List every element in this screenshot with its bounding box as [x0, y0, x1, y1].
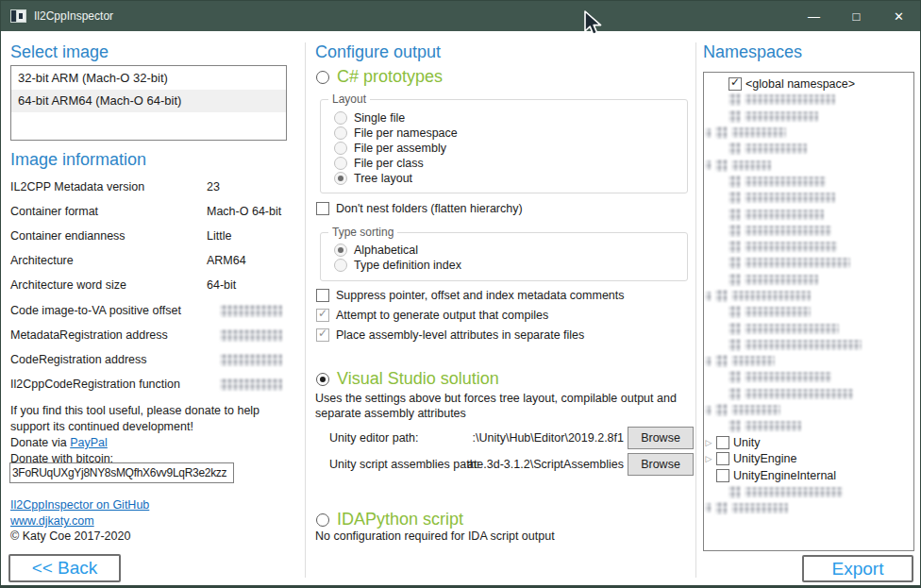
info-value: 23: [207, 180, 220, 193]
compilable-output-checkbox[interactable]: ✓: [316, 309, 329, 322]
layout-option-tree-layout[interactable]: Tree layout: [334, 172, 412, 185]
sorting-option-alphabetical[interactable]: Alphabetical: [334, 244, 418, 257]
select-image-heading: Select image: [10, 42, 109, 62]
namespace-item-redacted[interactable]: [728, 320, 913, 336]
unity-editor-path-value[interactable]: :\Unity\Hub\Editor\2019.2.8f1: [397, 431, 624, 445]
namespace-item-redacted[interactable]: [728, 369, 913, 385]
browse-assemblies-path-button[interactable]: Browse: [628, 453, 694, 476]
layout-option-file-per-namespace[interactable]: File per namespace: [334, 126, 458, 140]
flatten-hierarchy-option[interactable]: Don't nest folders (flatten hierarchy): [316, 202, 523, 215]
image-list-item[interactable]: 32-bit ARM (Mach-O 32-bit): [11, 67, 286, 90]
namespace-item-redacted[interactable]: [728, 109, 913, 125]
suppress-comments-option[interactable]: Suppress pointer, offset and index metad…: [316, 289, 625, 302]
info-value-redacted: [220, 354, 282, 366]
window-title: Il2CppInspector: [34, 9, 113, 23]
namespace-item-redacted[interactable]: [728, 141, 913, 157]
unity-checkbox[interactable]: [716, 436, 729, 449]
image-listbox[interactable]: 32-bit ARM (Mach-O 32-bit) 64-bit ARM64 …: [10, 65, 287, 141]
bitcoin-address-input[interactable]: [9, 462, 234, 483]
namespace-item-redacted[interactable]: [728, 418, 913, 434]
file-per-namespace-radio[interactable]: [334, 126, 347, 140]
namespace-item-redacted[interactable]: [728, 483, 913, 499]
csharp-prototypes-radio[interactable]: [316, 71, 329, 84]
maximize-button[interactable]: □: [835, 1, 878, 31]
compilable-output-option[interactable]: ✓ Attempt to generate output that compil…: [316, 309, 548, 322]
namespace-item-redacted[interactable]: [705, 157, 913, 173]
expander-icon[interactable]: ▷: [705, 439, 712, 447]
visual-studio-solution-option[interactable]: Visual Studio solution: [316, 369, 499, 389]
idapython-script-radio[interactable]: [316, 513, 329, 527]
back-button[interactable]: << Back: [8, 554, 121, 582]
global-namespace-label: <global namespace>: [745, 77, 855, 91]
namespace-item-redacted[interactable]: [728, 337, 913, 353]
flatten-hierarchy-checkbox[interactable]: [316, 202, 329, 215]
info-value-redacted: [220, 305, 282, 317]
vs-description-line1: Uses the settings above but forces tree …: [315, 392, 677, 405]
export-button[interactable]: Export: [802, 555, 913, 582]
expander-icon[interactable]: ▷: [705, 455, 712, 463]
separate-attributes-option[interactable]: ✓ Place assembly-level attributes in sep…: [316, 328, 584, 342]
namespaces-heading: Namespaces: [703, 42, 802, 62]
namespace-item-redacted[interactable]: [728, 304, 913, 320]
csharp-prototypes-option[interactable]: C# prototypes: [316, 67, 443, 87]
info-value: ARM64: [207, 254, 246, 267]
layout-groupbox-legend: Layout: [328, 92, 370, 106]
file-per-class-radio[interactable]: [334, 157, 347, 170]
website-link[interactable]: www.djkaty.com: [10, 514, 94, 528]
file-per-assembly-label: File per assembly: [354, 142, 446, 155]
file-per-namespace-label: File per namespace: [354, 126, 458, 140]
alphabetical-radio[interactable]: [334, 244, 347, 257]
unityengine-checkbox[interactable]: [716, 452, 729, 465]
csharp-prototypes-label: C# prototypes: [337, 67, 443, 87]
unityengineinternal-label: UnityEngineInternal: [733, 469, 836, 482]
close-button[interactable]: ✕: [878, 1, 920, 31]
info-value: 64-bit: [207, 278, 236, 292]
namespace-item-redacted[interactable]: [728, 92, 913, 108]
layout-option-file-per-class[interactable]: File per class: [334, 157, 424, 170]
namespaces-tree[interactable]: ✓ <global namespace> ▷ Unity ▷: [703, 72, 914, 551]
unityengineinternal-checkbox[interactable]: [716, 469, 729, 482]
namespace-item-redacted[interactable]: [728, 255, 913, 271]
visual-studio-solution-radio[interactable]: [316, 373, 329, 386]
layout-option-file-per-assembly[interactable]: File per assembly: [334, 142, 446, 155]
github-link[interactable]: Il2CppInspector on GitHub: [10, 498, 149, 512]
tree-layout-radio[interactable]: [334, 172, 347, 185]
file-per-assembly-radio[interactable]: [334, 142, 347, 155]
namespace-item-redacted[interactable]: [705, 125, 913, 141]
type-definition-index-radio[interactable]: [334, 259, 347, 272]
namespace-item-redacted[interactable]: [728, 272, 913, 288]
idapython-script-option[interactable]: IDAPython script: [316, 510, 463, 529]
image-list-item-selected[interactable]: 64-bit ARM64 (Mach-O 64-bit): [11, 90, 286, 112]
namespace-item-redacted[interactable]: [705, 402, 913, 418]
namespace-item-redacted[interactable]: [705, 288, 913, 304]
namespace-item-unityengineinternal[interactable]: UnityEngineInternal: [705, 467, 913, 483]
namespace-item-redacted[interactable]: [728, 190, 913, 206]
type-sorting-groupbox-legend: Type sorting: [328, 226, 397, 239]
namespace-item-global[interactable]: ✓ <global namespace>: [728, 76, 913, 92]
paypal-link[interactable]: PayPal: [70, 436, 108, 449]
info-label: Container endianness: [10, 229, 126, 243]
namespace-item-unityengine[interactable]: ▷ UnityEngine: [705, 451, 913, 467]
namespace-item-redacted[interactable]: [705, 353, 913, 369]
namespace-item-redacted[interactable]: [728, 206, 913, 222]
single-file-radio[interactable]: [334, 111, 347, 125]
namespace-item-redacted[interactable]: [728, 174, 913, 190]
info-value-redacted: [220, 329, 282, 342]
namespace-item-redacted[interactable]: [705, 500, 913, 516]
minimize-button[interactable]: —: [793, 1, 835, 31]
info-label: Architecture word size: [10, 278, 126, 292]
namespace-item-redacted[interactable]: [728, 223, 913, 239]
titlebar[interactable]: Il2CppInspector — □ ✕: [1, 1, 920, 31]
sorting-option-type-definition-index[interactable]: Type definition index: [334, 259, 461, 272]
layout-option-single-file[interactable]: Single file: [334, 111, 405, 125]
separate-attributes-checkbox[interactable]: ✓: [316, 328, 329, 342]
namespace-item-redacted[interactable]: [728, 386, 913, 402]
check-icon: ✓: [318, 308, 327, 319]
unity-assemblies-path-value[interactable]: ate.3d-3.1.2\ScriptAssemblies: [397, 458, 624, 471]
check-icon: ✓: [730, 76, 740, 88]
global-namespace-checkbox[interactable]: ✓: [728, 77, 742, 91]
suppress-comments-checkbox[interactable]: [316, 289, 329, 302]
browse-editor-path-button[interactable]: Browse: [628, 427, 694, 449]
namespace-item-unity[interactable]: ▷ Unity: [705, 435, 913, 451]
namespace-item-redacted[interactable]: [728, 239, 913, 255]
